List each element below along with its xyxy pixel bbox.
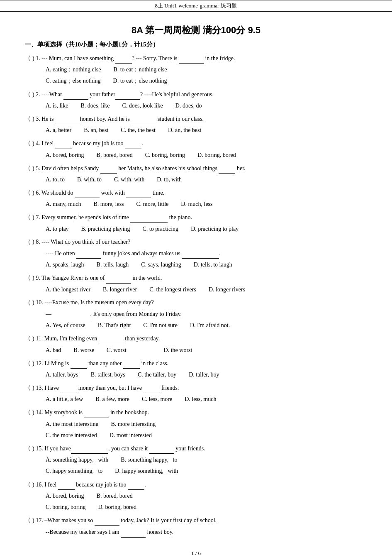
q7-line: （ ) 7. Every summer, he spends lots of t… [25,212,367,222]
q6-paren: （ [25,187,32,198]
q16-blank2 [128,479,144,490]
q13-optD: D. less, much [185,394,216,404]
q12-options: A. taller, boys B. tallest, boys C. the … [25,369,367,380]
q16-options: A. bored, boring B. bored, bored [25,491,367,501]
q14-optA: A. the most interesting [46,419,99,429]
q15-optC: C. happy something, to [46,466,102,476]
q10-optD: D. I'm afraid not. [190,320,230,330]
q7-blank1 [130,212,168,222]
q1-paren: （ [25,53,32,63]
q2-optD: D. does, do [175,100,202,111]
q12-blank2 [123,358,140,369]
question-1: （ ) 1. --- Mum, can I have something ? -… [25,53,367,86]
q17-blank1 [95,515,119,526]
q10-optA: A. Yes, of course [46,320,85,330]
question-4: （ ) 4. I feel because my job is too . A.… [25,138,367,160]
q13-text: ) 13. I have money than you, but I have … [32,382,367,393]
q1-optD: D. to eat；else nothing [113,76,167,86]
q14-options2: C. the more interested D. most intereste… [25,430,367,440]
q5-blank2 [219,163,235,174]
q12-optA: A. taller, boys [46,369,78,380]
q13-paren: （ [25,382,32,393]
q11-optA: A. bad [46,345,61,355]
q12-optB: B. tallest, boys [91,369,125,380]
q11-line: （ ) 11. Mum, I'm feeling even than yeste… [25,333,367,344]
q13-optA: A. a little, a few [46,394,83,404]
q4-line: （ ) 4. I feel because my job is too . [25,138,367,149]
q12-optC: C. the taller, boy [138,369,176,380]
q17-line: （ ) 17. –What makes you so today, Jack? … [25,515,367,526]
q1-options: A. eating；nothing else B. to eat；nothing… [25,64,367,75]
q16-text: ) 16. I feel because my job is too . [32,479,367,490]
q13-optC: C. less, more [142,394,172,404]
q9-blank1 [106,272,131,283]
q12-blank1 [71,358,87,369]
q8-subtext: ---- He often funny jokes and always mak… [25,248,367,259]
q2-text: ) 2. ----What your father ? ----He's hel… [32,89,367,100]
q10-options: A. Yes, of course B. That's right C. I'm… [25,320,367,330]
q6-blank2 [126,187,151,198]
q11-optB: B. worse [73,345,94,355]
q8-optA: A. speaks, laugh [46,259,84,270]
q15-text: ) 15. If you have , you can share it you… [32,443,367,454]
q15-optD: D. happy something, with [115,466,178,476]
q6-line: （ ) 6. We should do work with time. [25,187,367,198]
q14-optC: C. the more interested [46,430,97,440]
q9-optC: C. the longest rivers [149,284,196,295]
q12-line: （ ) 12. Li Ming is than any other in the… [25,358,367,369]
q8-blank1 [76,248,101,259]
q1-blank1 [115,53,132,64]
q7-options: A. to play B. practicing playing C. to p… [25,224,367,234]
q8-text: ) 8. ---- What do you think of our teach… [32,237,367,247]
q10-optB: B. That's right [98,320,131,330]
q14-optB: B. more interesting [111,419,156,429]
q11-text: ) 11. Mum, I'm feeling even than yesterd… [32,333,367,344]
q15-line: （ ) 15. If you have , you can share it y… [25,443,367,454]
header-text: 8上 Unit1-welcome-grammar-练习题 [155,2,237,9]
q2-options: A. is, like B. does, like C. does, look … [25,100,367,111]
q5-optC: C. with, with [114,174,144,185]
q6-optB: B. more, less [93,199,124,209]
q13-options: A. a little, a few B. a few, more C. les… [25,394,367,404]
q16-optB: B. bored, bored [97,491,133,501]
question-5: （ ) 5. David often helps Sandy her Maths… [25,163,367,185]
q15-options2: C. happy something, to D. happy somethin… [25,466,367,476]
q16-options2: C. boring, boring D. boring, bored [25,502,367,512]
q4-optB: B. bored, bored [97,150,133,160]
q2-optB: B. does, like [80,100,110,111]
question-3: （ ) 3. He is honest boy. And he is stude… [25,113,367,135]
q14-text: ) 14. My storybook is in the bookshop. [32,407,367,418]
q6-blank1 [75,187,100,198]
q5-optD: D. to, with [157,174,182,185]
q7-optC: C. to practicing [142,224,178,234]
question-14: （ ) 14. My storybook is in the bookshop.… [25,407,367,440]
q14-options: A. the most interesting B. more interest… [25,419,367,429]
q15-paren: （ [25,443,32,453]
q4-blank2 [125,138,141,149]
section1-header: 一、单项选择（共10小题；每小题1分，计15分） [25,41,367,49]
q4-paren: （ [25,138,32,148]
q5-blank1 [100,163,117,174]
q15-options: A. something happy, with B. something ha… [25,455,367,465]
q7-optB: B. practicing playing [81,224,130,234]
q5-line: （ ) 5. David often helps Sandy her Maths… [25,163,367,174]
q3-optB: B. an, best [84,125,108,135]
q2-paren: （ [25,89,32,99]
q3-optD: D. an, the best [168,125,201,135]
question-11: （ ) 11. Mum, I'm feeling even than yeste… [25,333,367,355]
q7-optD: D. practicing to play [191,224,239,234]
q4-blank1 [55,138,72,149]
q14-optD: D. most interested [110,430,152,440]
q9-optA: A. the longest river [46,284,90,295]
section1-note: （共10小题；每小题1分，计15分） [62,41,159,48]
q3-paren: （ [25,113,32,124]
q8-blank2 [182,248,219,259]
q8-line: （ ) 8. ---- What do you think of our tea… [25,237,367,247]
q11-blank1 [99,333,124,344]
q1-optB: B. to eat；nothing else [113,64,167,75]
q7-optA: A. to play [46,224,69,234]
q13-blank2 [143,382,160,393]
q2-blank1 [63,89,88,100]
q5-optA: A. to, to [46,174,65,185]
page-footer: 1 / 6 [0,550,392,555]
